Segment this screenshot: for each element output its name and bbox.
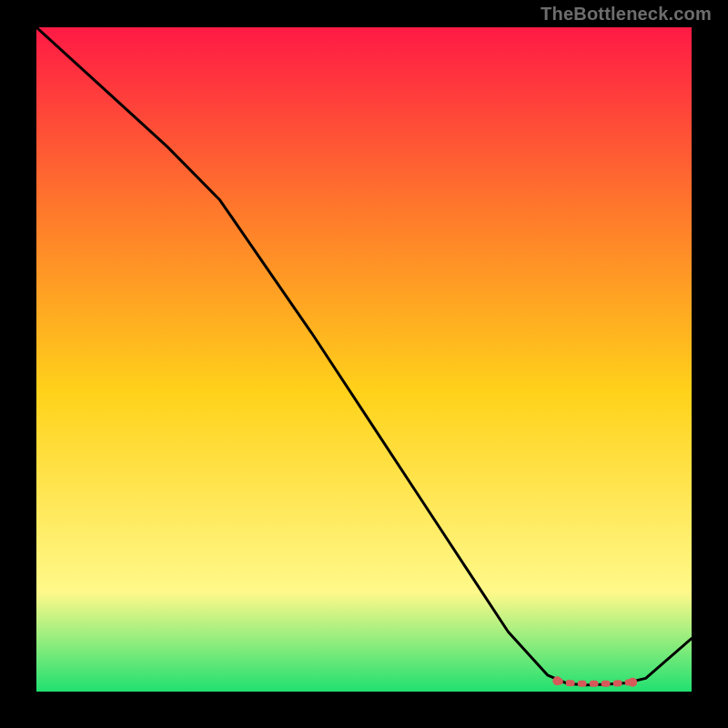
plot-area	[36, 27, 692, 692]
marker-dot	[552, 676, 561, 685]
watermark-text: TheBottleneck.com	[541, 4, 712, 25]
marker-dot	[628, 678, 637, 687]
chart-svg	[36, 27, 692, 692]
chart-container: TheBottleneck.com	[0, 0, 728, 728]
marker-path	[557, 681, 632, 683]
gradient-background	[36, 27, 692, 692]
